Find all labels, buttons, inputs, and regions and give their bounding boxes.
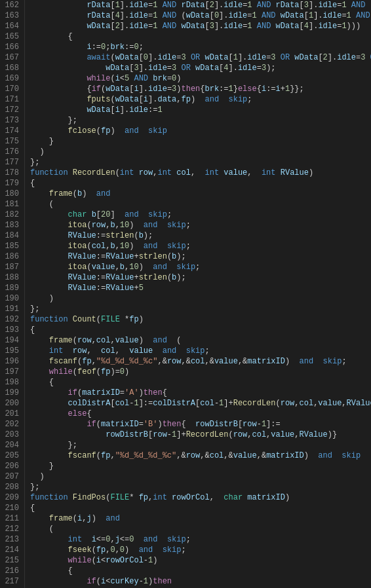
line-number: 192 xyxy=(3,314,19,325)
line-number: 213 xyxy=(3,534,19,545)
line-number: 195 xyxy=(3,346,19,356)
line-number: 162 xyxy=(3,0,19,10)
line-number: 207 xyxy=(3,471,19,482)
line-number: 194 xyxy=(3,335,19,346)
code-line: fputs(wData[i].data,fp) and skip; xyxy=(30,94,371,105)
line-number: 190 xyxy=(3,293,19,304)
line-number-gutter: 1621631641651661671681691701711721731741… xyxy=(0,0,25,588)
line-number: 171 xyxy=(3,94,19,105)
line-number: 212 xyxy=(3,524,19,534)
line-number: 217 xyxy=(3,576,19,587)
code-line: RValue:=RValue+strlen(b); xyxy=(30,251,371,262)
line-number: 170 xyxy=(3,84,19,94)
line-number: 205 xyxy=(3,450,19,461)
code-line: fscanf(fp,"%d_%d_%d_%c",&row,&col,&value… xyxy=(30,356,371,367)
line-number: 187 xyxy=(3,262,19,272)
line-number: 163 xyxy=(3,10,19,21)
line-number: 210 xyxy=(3,503,19,513)
code-line: }; xyxy=(30,440,371,450)
line-number: 198 xyxy=(3,377,19,388)
line-number: 196 xyxy=(3,356,19,367)
code-line: function Count(FILE *fp) xyxy=(30,314,371,325)
line-number: 200 xyxy=(3,398,19,409)
line-number: 208 xyxy=(3,482,19,492)
code-line: itoa(row,b,10) and skip; xyxy=(30,220,371,230)
code-line: if(i<curKey-1)then xyxy=(30,576,371,587)
line-number: 189 xyxy=(3,283,19,293)
code-line: while(feof(fp)=0) xyxy=(30,367,371,377)
code-line: await(wData[0].idle=3 OR wData[1].idle=3… xyxy=(30,52,371,63)
line-number: 191 xyxy=(3,304,19,314)
line-number: 203 xyxy=(3,430,19,440)
code-line: frame(row,col,value) and ( xyxy=(30,335,371,346)
line-number: 204 xyxy=(3,440,19,450)
line-number: 186 xyxy=(3,251,19,262)
code-line: { xyxy=(30,377,371,388)
code-line: function FindPos(FILE* fp,int rowOrCol, … xyxy=(30,492,371,503)
line-number: 174 xyxy=(3,126,19,136)
code-editor: 1621631641651661671681691701711721731741… xyxy=(0,0,371,588)
code-line: colDistrA[col-1]:=colDistrA[col-1]+Recor… xyxy=(30,398,371,409)
code-line: function RecordLen(int row,int col, int … xyxy=(30,168,371,178)
line-number: 181 xyxy=(3,199,19,210)
code-line: rData[1].idle=1 AND rData[2].idle=1 AND … xyxy=(30,0,371,10)
code-line: else{ xyxy=(30,409,371,419)
code-line: RValue:=RValue+strlen(b); xyxy=(30,272,371,283)
line-number: 216 xyxy=(3,566,19,576)
code-line: ) xyxy=(30,147,371,157)
code-line: if(matrixID='B')then{ rowDistrB[row-1]:= xyxy=(30,419,371,430)
line-number: 214 xyxy=(3,545,19,555)
code-line: itoa(col,b,10) and skip; xyxy=(30,241,371,251)
line-number: 184 xyxy=(3,230,19,241)
code-line: while(i<5 AND brk=0) xyxy=(30,73,371,84)
code-line: { xyxy=(30,31,371,42)
code-line: }; xyxy=(30,482,371,492)
line-number: 177 xyxy=(3,157,19,168)
code-line: { xyxy=(30,325,371,335)
code-line: ) xyxy=(30,293,371,304)
code-line: if(matrixID='A')then{ xyxy=(30,388,371,398)
line-number: 166 xyxy=(3,42,19,52)
code-line: fscanf(fp,"%d_%d_%d_%c",&row,&col,&value… xyxy=(30,450,371,461)
line-number: 206 xyxy=(3,461,19,471)
line-number: 197 xyxy=(3,367,19,377)
code-line: { xyxy=(30,503,371,513)
line-number: 175 xyxy=(3,136,19,147)
code-line: ( xyxy=(30,524,371,534)
code-line: wData[3].idle=3 OR wData[4].idle=3); xyxy=(30,63,371,73)
code-line: while(i<rowOrCol-1) xyxy=(30,555,371,566)
code-line: char b[20] and skip; xyxy=(30,210,371,220)
line-number: 215 xyxy=(3,555,19,566)
code-line: fclose(fp) and skip xyxy=(30,126,371,136)
line-number: 209 xyxy=(3,492,19,503)
line-number: 164 xyxy=(3,21,19,31)
line-number: 182 xyxy=(3,210,19,220)
code-line: } xyxy=(30,136,371,147)
code-line: rData[4].idle=1 AND (wData[0].idle=1 AND… xyxy=(30,10,371,21)
code-line: int row, col, value and skip; xyxy=(30,346,371,356)
code-line: fseek(fp,0,0) and skip; xyxy=(30,545,371,555)
code-line: { xyxy=(30,178,371,189)
code-area[interactable]: rData[1].idle=1 AND rData[2].idle=1 AND … xyxy=(25,0,371,588)
code-line: RValue:=strlen(b); xyxy=(30,230,371,241)
line-number: 201 xyxy=(3,409,19,419)
code-line: RValue:=RValue+5 xyxy=(30,283,371,293)
line-number: 173 xyxy=(3,115,19,126)
code-line: rowDistrB[row-1]+RecordLen(row,col,value… xyxy=(30,430,371,440)
line-number: 180 xyxy=(3,189,19,199)
code-line: }; xyxy=(30,157,371,168)
line-number: 193 xyxy=(3,325,19,335)
code-line: int i<=0,j<=0 and skip; xyxy=(30,534,371,545)
code-line: } xyxy=(30,461,371,471)
code-line: i:=0;brk:=0; xyxy=(30,42,371,52)
line-number: 179 xyxy=(3,178,19,189)
line-number: 188 xyxy=(3,272,19,283)
line-number: 199 xyxy=(3,388,19,398)
code-line: ) xyxy=(30,471,371,482)
line-number: 172 xyxy=(3,105,19,115)
code-line: wData[2].idle=1 AND wData[3].idle=1 AND … xyxy=(30,21,371,31)
code-line: wData[i].idle:=1 xyxy=(30,105,371,115)
code-line: }; xyxy=(30,115,371,126)
line-number: 176 xyxy=(3,147,19,157)
line-number: 178 xyxy=(3,168,19,178)
